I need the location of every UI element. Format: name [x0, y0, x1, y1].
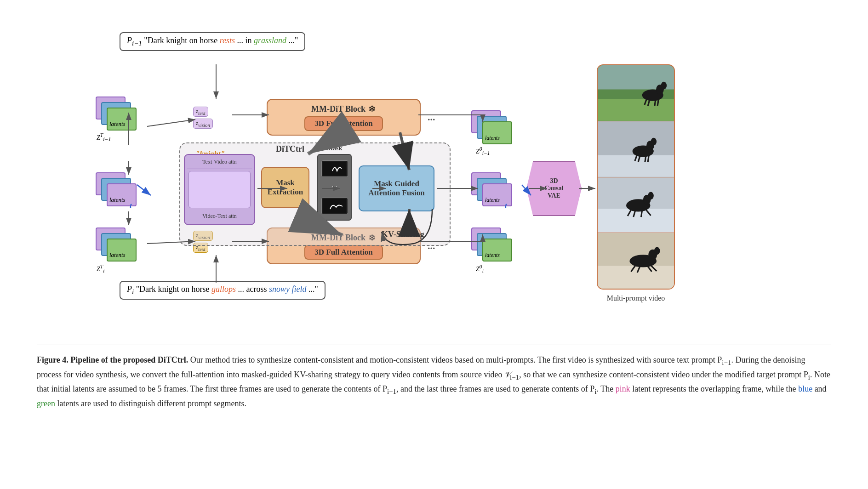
mask-panel: Mask ··· [317, 154, 352, 221]
multi-prompt-label: Multi-prompt video [597, 294, 675, 302]
svg-line-39 [655, 99, 656, 106]
kv-sharing-label: KV-Sharing [382, 230, 424, 239]
dots-top: ... [428, 111, 435, 123]
svg-rect-60 [598, 266, 674, 289]
t-label-left: t [130, 201, 132, 210]
svg-rect-29 [323, 162, 346, 176]
prompt-top-prefix: Pi−1 [127, 36, 142, 45]
right-latent-label-bot: latents [485, 252, 500, 259]
ditctrl-label: DiTCtrl [276, 144, 304, 154]
video-frame-2 [598, 121, 674, 177]
z-vision-top: zvision [193, 119, 213, 129]
svg-line-48 [645, 155, 646, 162]
svg-point-45 [651, 137, 657, 145]
prompt-top-text: "Dark knight on horse rests ... in grass… [144, 36, 298, 45]
vae-box: 3DCausalVAE [526, 161, 582, 216]
mask-extraction-box: MaskExtraction [261, 167, 309, 208]
right-latent-label-mid: latents [485, 197, 500, 204]
mask-frame-2 [321, 198, 348, 214]
svg-point-54 [648, 192, 654, 199]
mask-frame-1 [321, 160, 348, 177]
caption-body-2: latent represents the overlapping frame,… [630, 384, 798, 393]
prompt-bottom-prefix: Pi [127, 284, 134, 294]
prompt-bottom: Pi "Dark knight on horse gallops ... acr… [120, 281, 326, 300]
mmdit-top-subtitle: 3D Full Attention [304, 116, 383, 131]
svg-rect-32 [598, 99, 674, 121]
svg-point-36 [661, 82, 667, 90]
svg-line-40 [657, 99, 658, 106]
mask-panel-label: Mask [318, 145, 351, 152]
attn-block: Text-Video attn Video-Text attn [184, 154, 255, 225]
latent-label-mid: latents [109, 196, 126, 204]
z-bot-T-label: ZTi [97, 264, 105, 274]
latent-label-top: latents [109, 120, 126, 128]
svg-line-57 [641, 210, 642, 217]
caption-area: Figure 4. Pipeline of the proposed DiTCt… [37, 345, 831, 410]
caption-body-4: latents are used to distinguish differen… [55, 399, 246, 408]
right-latent-label-top: latents [485, 135, 500, 142]
video-frame-4 [598, 233, 674, 289]
caption-body-3: and [812, 384, 827, 393]
video-frame-3 [598, 177, 674, 233]
latent-frame-mid-3: latents [107, 183, 137, 206]
figure-number: Figure 4. [37, 355, 69, 364]
z-right-top-label: Z0i−1 [476, 146, 490, 156]
right-latent-bot-3: latents [482, 239, 512, 262]
svg-line-6 [147, 119, 195, 126]
prompt-bottom-text: "Dark knight on horse gallops ... across… [136, 284, 318, 294]
mask-dots: ··· [332, 183, 337, 191]
caption-bold-part: Pipeline of the proposed DiTCtrl. [70, 355, 188, 364]
caption-blue: blue [798, 384, 812, 393]
svg-line-27 [137, 185, 151, 195]
attn-text-video-label: Text-Video attn [185, 159, 254, 165]
svg-line-49 [648, 155, 649, 162]
z-right-bot-label: Z0i [476, 264, 484, 274]
right-latent-top-3: latents [482, 121, 512, 144]
t-label-right: t [505, 201, 507, 210]
mmdit-top-title: MM-DiT Block [311, 104, 365, 114]
video-frame-1 [598, 65, 674, 121]
caption-green: green [37, 399, 55, 408]
caption-pink: pink [616, 384, 630, 393]
snowflake-top: ❄ [368, 103, 376, 114]
attn-video-text-label: Video-Text attn [185, 213, 254, 220]
mmdit-bot-subtitle: 3D Full Attention [304, 245, 383, 260]
latent-label-bot: latents [109, 251, 126, 259]
svg-rect-51 [598, 209, 674, 233]
z-text-top: ztext [193, 107, 208, 117]
page-container: Pi−1 "Dark knight on horse rests ... in … [0, 0, 868, 429]
mmdit-block-top: MM-DiT Block ❄ 3D Full Attention [267, 99, 421, 136]
latent-frame-top-3: latents [107, 108, 137, 131]
latent-frame-bot-3: latents [107, 239, 137, 262]
svg-point-63 [654, 247, 660, 255]
prompt-top: Pi−1 "Dark knight on horse rests ... in … [120, 32, 305, 51]
video-panel [597, 64, 675, 290]
mgaf-box: Mask GuidedAttention Fusion [359, 165, 434, 211]
right-latent-mid-3: latents [482, 183, 512, 206]
caption-text: Figure 4. Pipeline of the proposed DiTCt… [37, 353, 831, 410]
z-top-T-label: ZTi−1 [97, 132, 111, 142]
diagram-area: Pi−1 "Dark knight on horse rests ... in … [37, 18, 831, 331]
